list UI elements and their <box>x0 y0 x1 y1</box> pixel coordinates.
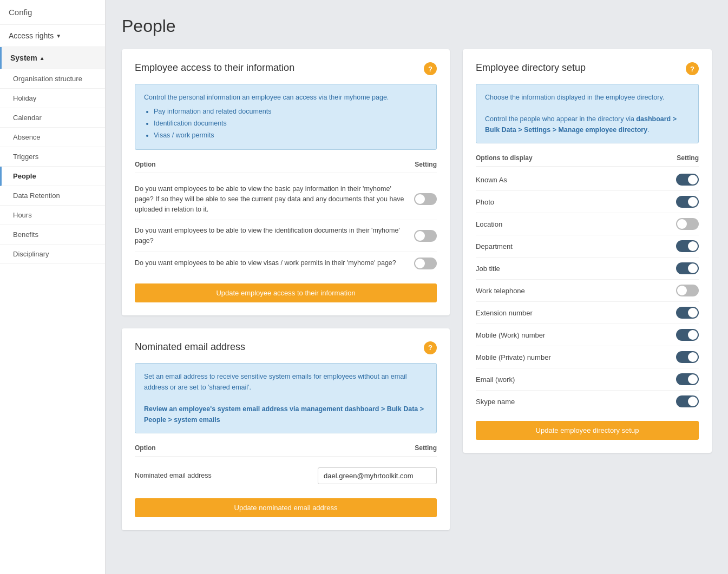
nominated-email-help-icon[interactable]: ? <box>424 341 437 354</box>
directory-row-toggle-1[interactable] <box>676 196 699 208</box>
directory-row-label-3: Department <box>476 242 513 250</box>
directory-row-label-6: Extension number <box>476 309 533 317</box>
directory-card: Employee directory setup ? Choose the in… <box>463 49 712 453</box>
directory-row-toggle-9[interactable] <box>676 373 699 385</box>
access-option-row-1: Do you want employees to be able to view… <box>135 220 437 252</box>
employee-access-title: Employee access to their information <box>135 62 294 74</box>
directory-row-label-2: Location <box>476 220 502 228</box>
directory-row-10: Skype name <box>476 391 699 412</box>
sidebar-item-disciplinary[interactable]: Disciplinary <box>0 245 105 264</box>
directory-row-toggle-2[interactable] <box>676 218 699 230</box>
access-option-row-0: Do you want employees to be able to view… <box>135 179 437 220</box>
sidebar-item-people[interactable]: People <box>0 167 105 186</box>
directory-row-2: Location <box>476 213 699 235</box>
employee-access-card: Employee access to their information ? C… <box>122 49 450 315</box>
update-employee-access-button[interactable]: Update employee access to their informat… <box>135 283 437 302</box>
directory-row-label-0: Known As <box>476 176 507 184</box>
sidebar-item-hours[interactable]: Hours <box>0 206 105 225</box>
directory-row-label-5: Work telephone <box>476 287 525 295</box>
directory-row-toggle-8[interactable] <box>676 351 699 363</box>
access-option-text-1: Do you want employees to be able to view… <box>135 226 414 246</box>
directory-row-toggle-7[interactable] <box>676 329 699 341</box>
directory-row-5: Work telephone <box>476 280 699 302</box>
chevron-up-icon: ▲ <box>40 55 45 61</box>
employee-access-options: Option Setting Do you want employees to … <box>135 161 437 275</box>
directory-row-label-8: Mobile (Private) number <box>476 353 551 361</box>
sidebar-item-absence[interactable]: Absence <box>0 128 105 147</box>
sidebar-item-holiday[interactable]: Holiday <box>0 89 105 108</box>
nominated-email-option-row: Nominated email address <box>135 462 437 490</box>
directory-options-table: Options to display Setting Known AsPhoto… <box>476 154 699 412</box>
update-directory-button[interactable]: Update employee directory setup <box>476 421 699 440</box>
access-option-toggle-2[interactable] <box>414 258 437 269</box>
access-info-list-item: Identification documents <box>154 118 428 129</box>
sidebar-config: Config <box>0 0 105 25</box>
chevron-down-icon: ▼ <box>56 33 61 39</box>
main-content: People Employee access to their informat… <box>106 0 728 574</box>
directory-row-label-7: Mobile (Work) number <box>476 331 545 339</box>
page-title: People <box>122 16 712 36</box>
directory-row-toggle-5[interactable] <box>676 285 699 296</box>
access-info-list-item: Pay information and related documents <box>154 106 428 117</box>
update-nominated-email-button[interactable]: Update nominated email address <box>135 498 437 517</box>
access-info-list-item: Visas / work permits <box>154 130 428 141</box>
access-option-row-2: Do you want employees to be able to view… <box>135 252 437 275</box>
nominated-email-card: Nominated email address ? Set an email a… <box>122 328 450 530</box>
sidebar-item-triggers[interactable]: Triggers <box>0 147 105 167</box>
employee-access-help-icon[interactable]: ? <box>424 62 437 75</box>
directory-row-label-10: Skype name <box>476 398 515 406</box>
directory-row-0: Known As <box>476 169 699 191</box>
sidebar-item-calendar[interactable]: Calendar <box>0 108 105 128</box>
directory-row-9: Email (work) <box>476 368 699 391</box>
nominated-email-info: Set an email address to receive sensitiv… <box>135 363 437 433</box>
directory-row-toggle-4[interactable] <box>676 262 699 274</box>
access-option-text-0: Do you want employees to be able to view… <box>135 184 414 214</box>
directory-row-8: Mobile (Private) number <box>476 346 699 368</box>
directory-row-3: Department <box>476 235 699 258</box>
directory-row-toggle-0[interactable] <box>676 174 699 186</box>
directory-row-1: Photo <box>476 191 699 213</box>
access-option-toggle-1[interactable] <box>414 230 437 242</box>
nominated-email-input[interactable] <box>318 467 437 484</box>
directory-row-toggle-3[interactable] <box>676 240 699 252</box>
sidebar-item-organisation-structure[interactable]: Organisation structure <box>0 69 105 89</box>
directory-row-label-4: Job title <box>476 265 500 273</box>
sidebar: Config Access rights ▼ System ▲ Organisa… <box>0 0 106 574</box>
directory-row-toggle-10[interactable] <box>676 395 699 407</box>
directory-row-label-1: Photo <box>476 198 494 206</box>
directory-info: Choose the information displayed in the … <box>476 84 699 143</box>
sidebar-system[interactable]: System ▲ <box>0 47 105 69</box>
nominated-email-options: Option Setting Nominated email address <box>135 444 437 490</box>
employee-access-info: Control the personal information an empl… <box>135 84 437 150</box>
directory-row-4: Job title <box>476 258 699 280</box>
sidebar-item-benefits[interactable]: Benefits <box>0 225 105 245</box>
directory-row-label-9: Email (work) <box>476 375 515 384</box>
access-option-toggle-0[interactable] <box>414 193 437 205</box>
directory-help-icon[interactable]: ? <box>686 62 699 75</box>
directory-info-text2: Control the people who appear in the dir… <box>485 115 677 134</box>
directory-title: Employee directory setup <box>476 62 586 74</box>
nominated-email-title: Nominated email address <box>135 341 245 353</box>
directory-row-7: Mobile (Work) number <box>476 324 699 346</box>
nominated-email-label: Nominated email address <box>135 471 318 481</box>
directory-row-6: Extension number <box>476 302 699 324</box>
access-option-text-2: Do you want employees to be able to view… <box>135 258 414 268</box>
directory-row-toggle-6[interactable] <box>676 307 699 319</box>
sidebar-item-data-retention[interactable]: Data Retention <box>0 186 105 206</box>
sidebar-access-rights[interactable]: Access rights ▼ <box>0 25 105 47</box>
